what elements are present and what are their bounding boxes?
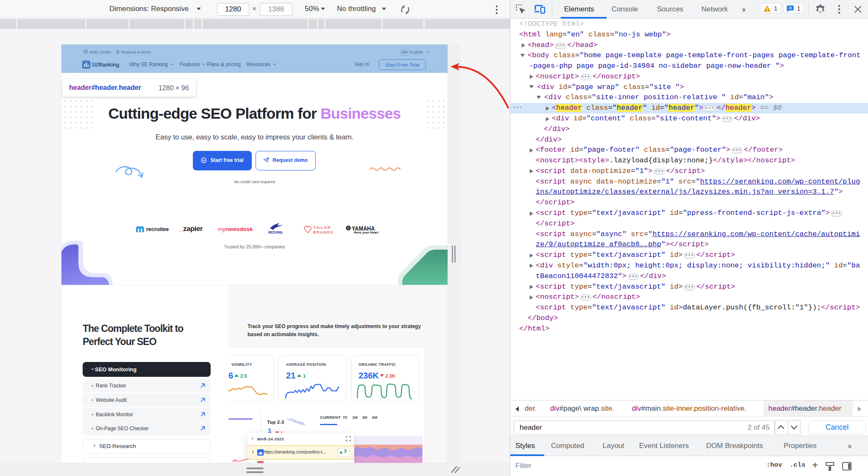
svg-text:2.3K: 2.3K [385, 373, 396, 379]
svg-text:1: 1 [303, 373, 306, 379]
svg-text:MIZUNO: MIZUNO [268, 230, 282, 234]
svg-text:2.5: 2.5 [240, 373, 248, 379]
